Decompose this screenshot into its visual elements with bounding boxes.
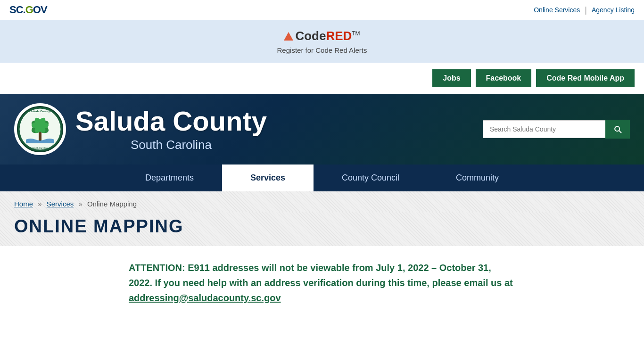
quick-links-bar: Jobs Facebook Code Red Mobile App [0,63,644,94]
breadcrumb-sep-2: » [78,200,82,208]
code-red-logo-text: CodeREDTM [295,29,360,43]
agency-listing-link[interactable]: Agency Listing [592,6,635,14]
search-input[interactable] [483,120,605,138]
facebook-button[interactable]: Facebook [476,69,532,87]
breadcrumb-area: Home » Services » Online Mapping [0,191,644,212]
divider: | [585,5,587,15]
attention-box: ATTENTION: E911 addresses will not be vi… [129,260,515,305]
svg-rect-2 [39,132,41,141]
search-icon [613,124,622,134]
code-red-logo: CodeREDTM [9,29,635,43]
county-seal: Saluda County South Carolina [14,103,66,155]
breadcrumb-services[interactable]: Services [47,200,74,208]
sc-gov-logo[interactable]: SC.GOV [9,4,47,16]
online-services-link[interactable]: Online Services [534,6,580,14]
county-seal-svg: Saluda County South Carolina [17,106,64,153]
site-header: Saluda County South Carolina Saluda Coun… [0,94,644,165]
top-links: Online Services | Agency Listing [534,5,635,15]
breadcrumb-sep-1: » [38,200,41,208]
page-title: ONLINE MAPPING [14,216,630,237]
breadcrumb: Home » Services » Online Mapping [14,200,630,208]
code-red-triangle-icon [284,32,293,41]
search-button[interactable] [605,120,630,139]
logo-area: Saluda County South Carolina Saluda Coun… [14,103,267,155]
breadcrumb-home[interactable]: Home [14,200,33,208]
page-title-area: ONLINE MAPPING [0,212,644,246]
code-red-banner[interactable]: CodeREDTM Register for Code Red Alerts [0,20,644,63]
nav-departments[interactable]: Departments [117,165,222,191]
county-name: Saluda County [75,106,267,136]
top-bar: SC.GOV Online Services | Agency Listing [0,0,644,20]
svg-text:Saluda County: Saluda County [30,110,50,113]
attention-text: ATTENTION: E911 addresses will not be vi… [129,260,515,305]
code-red-mobile-app-button[interactable]: Code Red Mobile App [536,69,635,87]
search-area [483,120,630,139]
svg-text:South Carolina: South Carolina [32,147,48,149]
code-red-subtitle: Register for Code Red Alerts [9,46,635,54]
breadcrumb-current: Online Mapping [87,200,137,208]
nav-community[interactable]: Community [428,165,527,191]
content-area: ATTENTION: E911 addresses will not be vi… [0,246,644,320]
county-name-area: Saluda County South Carolina [75,106,267,153]
nav-county-council[interactable]: County Council [314,165,428,191]
jobs-button[interactable]: Jobs [432,69,471,87]
nav-services[interactable]: Services [222,165,314,191]
county-state: South Carolina [75,138,267,152]
email-link[interactable]: addressing@saludacounty.sc.gov [129,293,281,303]
attention-message: ATTENTION: E911 addresses will not be vi… [129,263,513,288]
main-nav: Departments Services County Council Comm… [0,165,644,191]
